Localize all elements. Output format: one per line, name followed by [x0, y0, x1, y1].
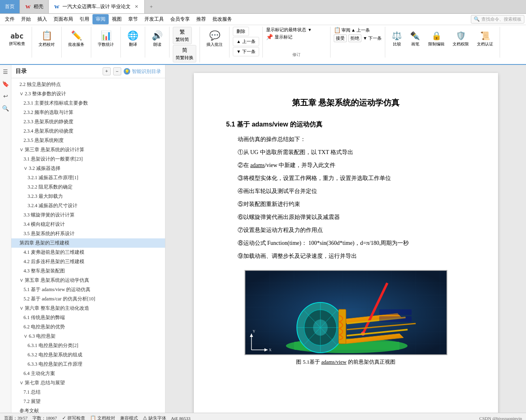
missing-font-status[interactable]: ⚠ 缺失字体: [143, 415, 166, 420]
simp-btn[interactable]: 简 简繁转换: [173, 45, 196, 62]
menu-devtools[interactable]: 开发工具: [141, 14, 167, 24]
trad-btn[interactable]: 繁 繁转简: [173, 27, 192, 44]
toc-item-6-2[interactable]: 6.2 电控悬架的优势: [11, 322, 165, 332]
toc-panel-btn[interactable]: ☰: [1, 67, 10, 76]
menu-view[interactable]: 视图: [109, 14, 125, 24]
toc-item-3-3[interactable]: 3.3 螺旋弹簧的设计计算: [11, 210, 165, 220]
ribbon-group-read: 🔊 朗读: [145, 27, 170, 58]
doc-rights-btn[interactable]: 🛡️ 文档权限: [449, 27, 472, 51]
tab-wps[interactable]: W 稻壳: [20, 0, 49, 13]
toc-item-2-3-3[interactable]: 2.3.3 悬架系统的静挠度: [11, 117, 165, 126]
toc-item-ch6[interactable]: ∨ 第六章 整车悬架的主动化改造: [11, 304, 165, 313]
toc-item-4-1[interactable]: 4.1 麦弗逊前悬架的三维建模: [11, 248, 165, 257]
toc-item-3-2-3[interactable]: 3.2.3 最大卸载力: [11, 192, 165, 201]
sidebar-collapse-btn[interactable]: −: [113, 67, 121, 75]
missing-font-label: 缺失字体: [148, 415, 166, 420]
prev-change-label[interactable]: ▲ 上一条: [351, 27, 370, 33]
step-3: ③将模型实体化，设置工作网格，重力，设置并选取工作单位: [226, 173, 466, 184]
translate-btn[interactable]: 🌐 翻译: [124, 27, 142, 51]
word-count-status[interactable]: 字数：18067: [32, 415, 57, 420]
chapter-title: 第五章 悬架系统的运动学仿真: [226, 97, 466, 108]
toc-item-3-1[interactable]: 3.1 悬架设计的一般要求[23]: [11, 154, 165, 164]
doc-sign-icon: 📜: [480, 31, 490, 41]
history-panel-btn[interactable]: ↩: [1, 92, 10, 101]
toc-item-6-3-2[interactable]: 6.3.2 电控悬架系统的组成: [11, 350, 165, 360]
toc-item-3-2-2[interactable]: 3.2.2 阻尼系数的确定: [11, 182, 165, 192]
toc-item-2-3-2[interactable]: 2.3.2 频率的选取与计算: [11, 108, 165, 117]
ink-btn[interactable]: ✒️ 画笔: [407, 27, 423, 51]
menu-insert[interactable]: 插入: [34, 14, 50, 24]
accept-row: 接受 拒绝 ▼ 下一条: [334, 34, 382, 42]
menu-chapter[interactable]: 章节: [125, 14, 141, 24]
prev-comment-btn[interactable]: ▲ 上一条: [233, 37, 259, 46]
page-status[interactable]: 页面：39/57: [4, 415, 28, 420]
bookmark-panel-btn[interactable]: 🔖: [1, 79, 10, 88]
menu-recommend[interactable]: 推荐: [193, 14, 209, 24]
read-icon: 🔊: [152, 30, 163, 41]
toc-item-7-2[interactable]: 7.2 展望: [11, 397, 165, 406]
next-change-label[interactable]: ▼ 下一条: [363, 35, 382, 41]
doc-compare-status[interactable]: 📋 文档校对: [90, 415, 115, 420]
reject-btn[interactable]: 拒绝: [348, 34, 361, 42]
toc-item-3-2-4[interactable]: 3.2.4 减振器的尺寸设计: [11, 201, 165, 210]
figure-caption: 图 5.1基于 adams/view 的前悬架仿真正视图: [226, 358, 466, 366]
compare-docs-btn[interactable]: ⚖️ 比较: [389, 27, 405, 51]
doc-sign-btn[interactable]: 📜 文档认证: [474, 27, 496, 51]
toc-item-2-2[interactable]: 2.2 独立悬架的特点: [11, 80, 165, 89]
tab-close-btn[interactable]: ✕: [133, 4, 140, 10]
menu-vip[interactable]: 会员专享: [167, 14, 193, 24]
smart-toc-btn[interactable]: 💡 智能识别目录: [124, 68, 161, 75]
spell-check-status[interactable]: ✓ 拼写检查: [62, 415, 85, 420]
toc-item-ch7[interactable]: ∨ 第七章 总结与展望: [11, 378, 165, 388]
menu-layout[interactable]: 页面布局: [50, 14, 76, 24]
insert-comment-btn[interactable]: 💬 插入批注: [203, 27, 226, 51]
menu-review-service[interactable]: 批改服务: [209, 14, 235, 24]
toc-item-3-4[interactable]: 3.4 横向稳定杆设计: [11, 220, 165, 229]
restrict-btn[interactable]: 🔒 限制编辑: [425, 27, 448, 51]
new-tab-btn[interactable]: ＋: [145, 0, 158, 13]
next-comment-btn[interactable]: ▼ 下一条: [233, 47, 259, 56]
toc-item-ch3[interactable]: ∨ 第三章 悬架系统的设计计算: [11, 145, 165, 154]
doc-area[interactable]: 第五章 悬架系统的运动学仿真 5.1 基于 adams/view 的运动仿真 动…: [165, 65, 526, 413]
menu-home[interactable]: 开始: [18, 14, 34, 24]
tab-doc[interactable]: W 一汽大众迈腾车...设计 毕业论文 ✕: [49, 0, 145, 13]
toc-item-5-1[interactable]: 5.1 基于 adams/view 的运动仿真: [11, 285, 165, 294]
menu-references[interactable]: 引用: [76, 14, 92, 24]
toc-item-6-1[interactable]: 6.1 传统悬架的弊端: [11, 313, 165, 322]
toc-item-6-4[interactable]: 6.4 主动化方案: [11, 369, 165, 378]
toc-item-ch5[interactable]: ∨ 第五章 悬架系统的运动学仿真: [11, 276, 165, 285]
toc-item-2-3[interactable]: ∨ 2.3 整体参数的设计: [11, 89, 165, 99]
toc-item-4-3[interactable]: 4.3 整车悬架装配图: [11, 266, 165, 276]
toc-item-ch4[interactable]: 第四章 悬架的三维建模: [11, 238, 165, 248]
toc-item-6-3-1[interactable]: 6.3.1 电控悬架的分类[2]: [11, 341, 165, 350]
toc-item-3-2[interactable]: ∨ 3.2 减振器选择: [11, 164, 165, 173]
toc-item-2-3-4[interactable]: 2.3.4 悬架系统的动挠度: [11, 126, 165, 136]
toc-item-4-2[interactable]: 4.2 后多连杆悬架的三维建模: [11, 257, 165, 266]
menu-file[interactable]: 文件: [2, 14, 18, 24]
markup-dropdown-btn[interactable]: ▼: [308, 28, 312, 32]
wordcount-btn[interactable]: 📊 字数统计: [94, 27, 117, 51]
compare-icon: 📋: [41, 30, 52, 41]
toc-item-6-3[interactable]: ∨ 6.3 电控悬架: [11, 332, 165, 341]
spell-check-btn[interactable]: abc 拼写检查: [6, 27, 28, 51]
toc-item-7-1[interactable]: 7.1 总结: [11, 388, 165, 397]
accept-btn[interactable]: 接受: [334, 34, 347, 42]
search-panel-btn[interactable]: 🔍: [1, 104, 10, 113]
toc-item-6-3-3[interactable]: 6.3.3 电控悬架的工作原理: [11, 360, 165, 369]
search-bar[interactable]: 🔍 查找命令、搜索模板: [471, 15, 524, 24]
doc-compare-btn[interactable]: 📋 文档校对: [35, 27, 58, 51]
delete-btn[interactable]: 删除: [233, 27, 249, 36]
review-service-btn[interactable]: ✏️ 批改服务: [65, 27, 88, 51]
review-panel-icon: 📋: [334, 27, 341, 34]
toc-item-3-5[interactable]: 3.5 悬架系统的杆系设计: [11, 229, 165, 238]
sidebar-expand-btn[interactable]: +: [103, 67, 111, 75]
menu-review[interactable]: 审阅: [92, 14, 109, 24]
toc-item-refs[interactable]: 参考文献: [11, 406, 165, 413]
toc-item-2-3-5[interactable]: 2.3.5 悬架系统刚度: [11, 136, 165, 145]
tab-home[interactable]: 首页: [0, 0, 20, 13]
toc-item-5-2[interactable]: 5.2 基于 adams/car 的仿真分析[10]: [11, 294, 165, 304]
toc-item-2-3-1[interactable]: 2.3.1 主要技术指标或主要参数: [11, 99, 165, 108]
read-btn[interactable]: 🔊 朗读: [148, 27, 166, 51]
toc-item-3-2-1[interactable]: 3.2.1 减振器工作原理[1]: [11, 173, 165, 182]
left-panel: ☰ 🔖 ↩ 🔍: [0, 65, 11, 413]
